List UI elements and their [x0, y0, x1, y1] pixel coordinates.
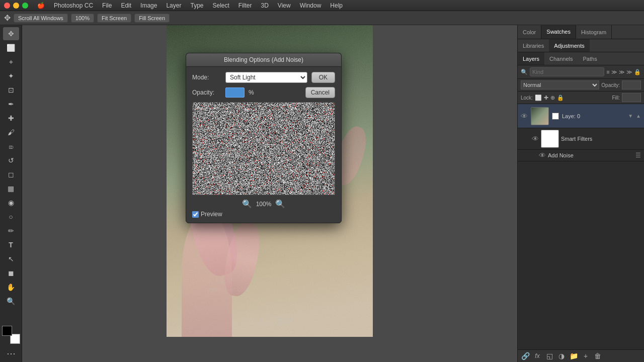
tab-channels[interactable]: Channels: [544, 52, 578, 65]
zoom-percent-button[interactable]: 100%: [71, 14, 94, 23]
menu-type[interactable]: Type: [186, 2, 207, 10]
adjustment-layer-button[interactable]: ◑: [557, 351, 566, 360]
menu-layer[interactable]: Layer: [162, 2, 185, 10]
zoom-out-icon[interactable]: 🔍: [242, 199, 252, 209]
pen-tool[interactable]: ✏: [3, 224, 19, 237]
main-layout: ✥ ⬜ ⌖ ✦ ⊡ ✒ ✚ 🖌 ⎄ ↺ ◻ ▦ ◉ ○ ✏ T ↖ ◼ ✋ 🔍 …: [0, 25, 644, 362]
select-rect-tool[interactable]: ⬜: [3, 41, 19, 54]
layer-row-0[interactable]: 👁 Laye: 0 ▼ ▲: [518, 104, 644, 128]
link-layers-button[interactable]: 🔗: [521, 351, 530, 360]
lasso-tool[interactable]: ⌖: [3, 55, 19, 68]
lock-label: Lock:: [521, 95, 533, 101]
dodge-tool[interactable]: ○: [3, 210, 19, 223]
layer-visibility-0[interactable]: 👁: [521, 112, 528, 120]
zoom-tool[interactable]: 🔍: [3, 295, 19, 308]
menu-3d[interactable]: 3D: [257, 2, 273, 10]
layers-bottom-bar: 🔗 fx ◱ ◑ 📁 + 🗑: [518, 349, 644, 362]
tab-adjustments[interactable]: Adjustments: [549, 39, 590, 52]
tab-color[interactable]: Color: [518, 25, 541, 39]
fit-screen-button[interactable]: Fit Screen: [97, 14, 131, 23]
layer-effects-button[interactable]: fx: [533, 351, 542, 360]
gradient-tool[interactable]: ▦: [3, 182, 19, 195]
lock-position-icon[interactable]: ✚: [544, 95, 548, 101]
menu-file[interactable]: File: [98, 2, 116, 10]
tab-histogram[interactable]: Histogram: [576, 25, 612, 39]
eyedropper-tool[interactable]: ✒: [3, 98, 19, 111]
right-top-tabs: Color Swatches Histogram: [518, 25, 644, 39]
foreground-color-chip[interactable]: [2, 326, 12, 336]
healing-brush-tool[interactable]: ✚: [3, 112, 19, 125]
fill-screen-button[interactable]: Fill Screen: [134, 14, 170, 23]
menu-photoshop[interactable]: Photoshop CC: [50, 2, 97, 10]
path-select-tool[interactable]: ↖: [3, 252, 19, 265]
opacity-label: Opacity:: [192, 89, 221, 96]
tool-panel: ✥ ⬜ ⌖ ✦ ⊡ ✒ ✚ 🖌 ⎄ ↺ ◻ ▦ ◉ ○ ✏ T ↖ ◼ ✋ 🔍 …: [0, 25, 22, 362]
add-mask-button[interactable]: ◱: [545, 351, 554, 360]
text-tool[interactable]: T: [3, 238, 19, 251]
right-mid-tabs: Libraries Adjustments: [518, 39, 644, 52]
delete-layer-button[interactable]: 🗑: [593, 351, 602, 360]
menu-edit[interactable]: Edit: [117, 2, 135, 10]
opacity-label: Opacity:: [601, 82, 620, 88]
new-group-button[interactable]: 📁: [569, 351, 578, 360]
menu-view[interactable]: View: [274, 2, 295, 10]
minimize-button[interactable]: [13, 3, 19, 9]
lock-artboard-icon[interactable]: ⊕: [550, 95, 555, 101]
smart-filters-thumb-inner: [541, 130, 558, 147]
add-noise-row[interactable]: 👁 Add Noise ☰: [518, 150, 644, 161]
dialog-preview-area: [192, 102, 335, 195]
layer-expand-0[interactable]: ▼: [628, 113, 633, 119]
tab-paths[interactable]: Paths: [578, 52, 602, 65]
crop-tool[interactable]: ⊡: [3, 83, 19, 97]
new-layer-button[interactable]: +: [581, 351, 590, 360]
close-button[interactable]: [4, 3, 10, 9]
cancel-button[interactable]: Cancel: [305, 87, 335, 98]
maximize-button[interactable]: [22, 3, 28, 9]
move-tool-icon[interactable]: ✥: [4, 13, 11, 23]
blending-options-dialog: Blending Options (Add Noise) Mode: Norma…: [186, 53, 342, 223]
move-tool[interactable]: ✥: [3, 27, 19, 40]
blur-tool[interactable]: ◉: [3, 196, 19, 209]
layer-collapse-0[interactable]: ▲: [636, 113, 641, 119]
opacity-value[interactable]: 100%: [622, 80, 641, 89]
scroll-all-button[interactable]: Scroll All Windows: [14, 14, 68, 23]
opacity-input[interactable]: 100: [225, 87, 245, 98]
ok-button[interactable]: OK: [311, 72, 335, 83]
layers-search-input[interactable]: [530, 67, 604, 76]
mode-select[interactable]: Normal Dissolve Darken Multiply Color Bu…: [225, 72, 307, 83]
menu-filter[interactable]: Filter: [234, 2, 256, 10]
menu-help[interactable]: Help: [326, 2, 347, 10]
tab-layers[interactable]: Layers: [518, 52, 544, 65]
extra-tools[interactable]: ⋯: [3, 347, 19, 360]
brush-tool[interactable]: 🖌: [3, 126, 19, 139]
filter-icons[interactable]: ≡ ≫ ≫ ≫ 🔒: [606, 69, 641, 75]
eraser-tool[interactable]: ◻: [3, 168, 19, 181]
lock-all-icon[interactable]: 🔒: [557, 95, 564, 101]
mode-row: Mode: Normal Dissolve Darken Multiply Co…: [192, 72, 335, 83]
layer-mask-thumb-0: [552, 113, 559, 120]
menu-window[interactable]: Window: [296, 2, 326, 10]
fill-label: Fill:: [612, 95, 620, 101]
preview-checkbox[interactable]: [192, 211, 199, 218]
fill-value[interactable]: 100%: [622, 93, 641, 102]
layer-mode-select[interactable]: Normal Multiply Screen Overlay Soft Ligh…: [521, 80, 599, 89]
hand-tool[interactable]: ✋: [3, 281, 19, 294]
shape-tool[interactable]: ◼: [3, 266, 19, 280]
magic-wand-tool[interactable]: ✦: [3, 69, 19, 82]
smart-filters-row[interactable]: 👁 Smart Filters: [518, 128, 644, 150]
menu-select[interactable]: Select: [208, 2, 233, 10]
clone-stamp-tool[interactable]: ⎄: [3, 140, 19, 153]
tab-libraries[interactable]: Libraries: [518, 39, 549, 52]
menu-image[interactable]: Image: [136, 2, 161, 10]
color-chips[interactable]: [2, 326, 20, 344]
zoom-in-icon[interactable]: 🔍: [275, 199, 285, 209]
history-brush-tool[interactable]: ↺: [3, 154, 19, 167]
dialog-titlebar: Blending Options (Add Noise): [186, 53, 341, 67]
smart-filters-visibility[interactable]: 👁: [532, 135, 539, 143]
add-noise-settings-icon[interactable]: ☰: [635, 152, 641, 159]
add-noise-visibility[interactable]: 👁: [539, 151, 546, 159]
tab-swatches[interactable]: Swatches: [541, 25, 576, 39]
dialog-title: Blending Options (Add Noise): [224, 56, 303, 63]
menu-apple[interactable]: 🍎: [33, 2, 49, 10]
lock-pixel-icon[interactable]: ⬜: [535, 95, 542, 101]
